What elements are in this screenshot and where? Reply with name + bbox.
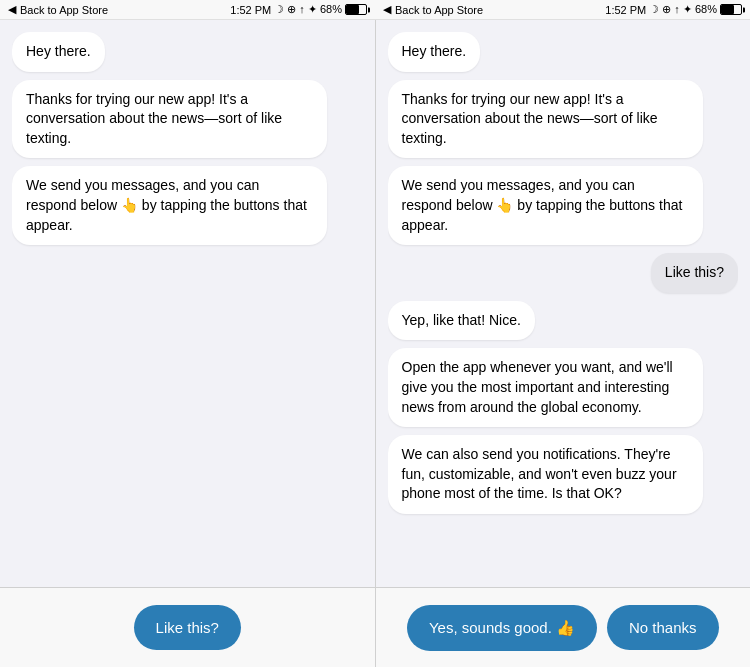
like-this-button[interactable]: Like this? <box>134 605 241 650</box>
back-label-right[interactable]: Back to App Store <box>395 4 483 16</box>
msg-right-6: We can also send you notifications. They… <box>388 435 703 514</box>
msg-right-1: Hey there. <box>388 32 481 72</box>
chat-messages-left: Hey there. Thanks for trying our new app… <box>12 32 363 587</box>
battery-right <box>720 4 742 15</box>
main-content: Hey there. Thanks for trying our new app… <box>0 20 750 587</box>
msg-right-like-this: Like this? <box>651 253 738 293</box>
msg-left-1: Hey there. <box>12 32 105 72</box>
yes-sounds-good-button[interactable]: Yes, sounds good. 👍 <box>407 605 597 651</box>
button-area-left: Like this? <box>0 588 376 667</box>
back-label-left[interactable]: Back to App Store <box>20 4 108 16</box>
bottom-area: Like this? Yes, sounds good. 👍 No thanks <box>0 587 750 667</box>
status-bar: ◀ Back to App Store 1:52 PM ☽ ⊕ ↑ ✦ 68% … <box>0 0 750 20</box>
chat-messages-right: Hey there. Thanks for trying our new app… <box>388 32 739 587</box>
signal-icons-right: ☽ ⊕ ↑ ✦ 68% <box>649 3 717 16</box>
chat-panel-right: Hey there. Thanks for trying our new app… <box>375 20 751 587</box>
msg-right-3: We send you messages, and you can respon… <box>388 166 703 245</box>
msg-right-5: Open the app whenever you want, and we'l… <box>388 348 703 427</box>
status-bar-right: ◀ Back to App Store 1:52 PM ☽ ⊕ ↑ ✦ 68% <box>375 0 750 20</box>
msg-right-4: Yep, like that! Nice. <box>388 301 535 341</box>
msg-left-2: Thanks for trying our new app! It's a co… <box>12 80 327 159</box>
button-area-right: Yes, sounds good. 👍 No thanks <box>376 588 751 667</box>
time-right: 1:52 PM <box>605 4 646 16</box>
msg-right-2: Thanks for trying our new app! It's a co… <box>388 80 703 159</box>
chat-panel-left: Hey there. Thanks for trying our new app… <box>0 20 375 587</box>
back-arrow-left: ◀ <box>8 3 16 16</box>
no-thanks-button[interactable]: No thanks <box>607 605 719 650</box>
msg-left-3: We send you messages, and you can respon… <box>12 166 327 245</box>
status-bar-left: ◀ Back to App Store 1:52 PM ☽ ⊕ ↑ ✦ 68% <box>0 0 375 20</box>
back-arrow-right: ◀ <box>383 3 391 16</box>
time-left: 1:52 PM <box>230 4 271 16</box>
signal-icons-left: ☽ ⊕ ↑ ✦ 68% <box>274 3 342 16</box>
battery-left <box>345 4 367 15</box>
